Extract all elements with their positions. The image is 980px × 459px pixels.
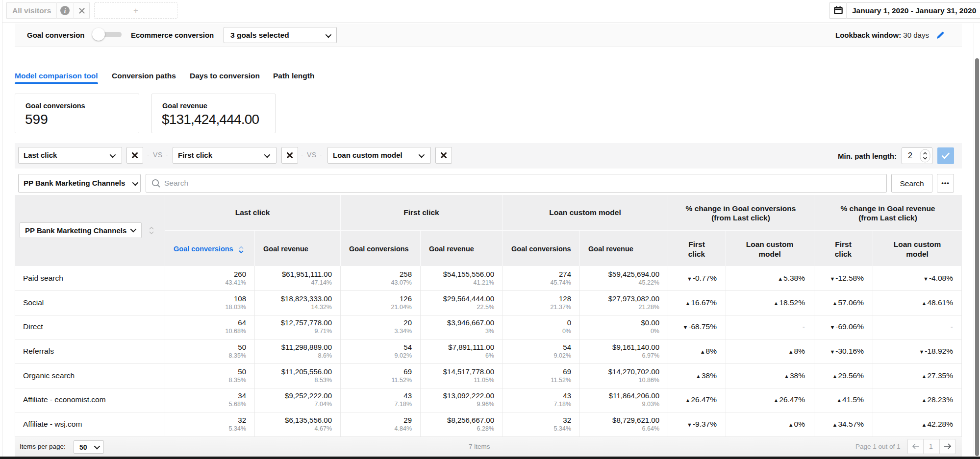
svg-text:i: i	[64, 7, 66, 14]
